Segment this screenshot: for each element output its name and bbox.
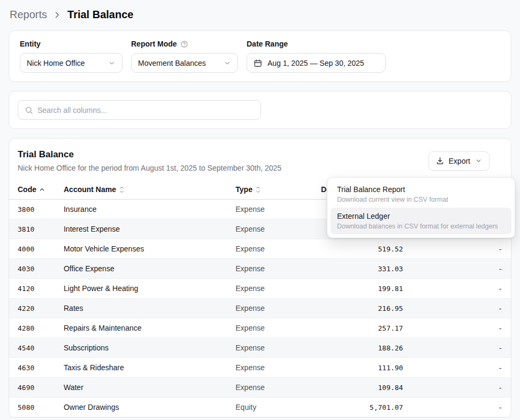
search-card: [9, 91, 511, 129]
cell-account-name: Owner Drawings: [55, 398, 227, 417]
cell-debit: 331.03: [312, 259, 412, 279]
cell-type: Expense: [227, 338, 312, 358]
cell-type: Expense: [227, 279, 312, 299]
table-row[interactable]: 4540 Subscriptions Expense 188.26 -: [9, 338, 511, 358]
cell-debit: 109.84: [312, 378, 412, 398]
table-row[interactable]: 4280 Repairs & Maintenance Expense 257.1…: [9, 318, 511, 338]
cell-account-name: Office Expense: [55, 259, 227, 279]
table-row[interactable]: 4220 Rates Expense 216.95 -: [9, 299, 511, 318]
help-icon[interactable]: [180, 40, 188, 48]
export-menu-item[interactable]: External Ledger Download balances in CSV…: [331, 208, 511, 234]
date-range-label: Date Range: [247, 40, 386, 48]
cell-account-name: Interest Expense: [55, 219, 227, 239]
cell-code: 4690: [9, 378, 55, 398]
report-mode-select[interactable]: Movement Balances: [131, 53, 238, 73]
cell-code: 3810: [9, 219, 55, 239]
cell-type: Expense: [227, 219, 312, 239]
cell-code: 3800: [9, 200, 55, 219]
cell-debit: 188.26: [312, 338, 412, 358]
date-range-picker[interactable]: Aug 1, 2025 — Sep 30, 2025: [247, 53, 386, 73]
report-mode-value: Movement Balances: [138, 59, 206, 67]
report-card: Trial Balance Nick Home Office for the p…: [9, 138, 511, 418]
export-menu-item-description: Download current view in CSV format: [337, 196, 505, 203]
cell-credit: -: [411, 279, 511, 299]
cell-type: Expense: [227, 378, 312, 398]
report-subtitle: Nick Home Office for the period from Aug…: [18, 164, 281, 172]
cell-credit: -: [411, 398, 511, 417]
cell-code: 4220: [9, 299, 55, 318]
cell-account-name: Repairs & Maintenance: [55, 318, 227, 338]
entity-filter: Entity Nick Home Office: [20, 40, 123, 73]
cell-credit: -: [411, 338, 511, 358]
chevron-right-icon: [52, 10, 62, 20]
cell-type: Expense: [227, 200, 312, 219]
table-row[interactable]: 4120 Light Power & Heating Expense 199.8…: [9, 279, 511, 299]
cell-debit: 257.17: [312, 318, 412, 338]
export-button-label: Export: [449, 157, 470, 165]
cell-account-name: Rates: [55, 299, 227, 318]
table-row[interactable]: 4000 Motor Vehicle Expenses Expense 519.…: [9, 239, 511, 259]
report-mode-label: Report Mode: [131, 40, 238, 48]
cell-account-name: Light Power & Heating: [55, 279, 227, 299]
calendar-icon: [254, 59, 262, 67]
cell-debit: 5,701.07: [312, 398, 412, 417]
cell-code: 5080: [9, 398, 55, 417]
cell-type: Expense: [227, 358, 312, 378]
cell-account-name: Taxis & Rideshare: [55, 358, 227, 378]
cell-code: 4000: [9, 239, 55, 259]
cell-code: 4630: [9, 358, 55, 378]
table-row[interactable]: 4630 Taxis & Rideshare Expense 111.90 -: [9, 358, 511, 378]
export-button[interactable]: Export: [429, 151, 490, 171]
report-title: Trial Balance: [18, 149, 281, 160]
report-mode-filter: Report Mode Movement Balances: [131, 40, 238, 73]
search-input[interactable]: [37, 106, 254, 114]
cell-credit: -: [411, 318, 511, 338]
cell-code: 4540: [9, 338, 55, 358]
cell-account-name: Subscriptions: [55, 338, 227, 358]
export-menu: Trial Balance Report Download current vi…: [327, 177, 515, 238]
entity-value: Nick Home Office: [27, 59, 85, 67]
cell-type: Expense: [227, 239, 312, 259]
cell-code: 4030: [9, 259, 55, 279]
export-menu-item-title: External Ledger: [337, 212, 505, 220]
chevron-down-icon: [475, 157, 482, 164]
cell-type: Equity: [227, 398, 312, 417]
chevron-down-icon: [224, 59, 231, 67]
column-header-code[interactable]: Code: [9, 180, 55, 200]
export-menu-item-title: Trial Balance Report: [337, 185, 505, 194]
cell-type: Expense: [227, 318, 312, 338]
date-range-value: Aug 1, 2025 — Sep 30, 2025: [267, 59, 364, 67]
breadcrumb-reports-link[interactable]: Reports: [10, 9, 47, 21]
search-icon: [25, 106, 33, 114]
breadcrumb: Reports Trial Balance: [9, 6, 511, 30]
cell-credit: -: [411, 239, 511, 259]
cell-credit: -: [411, 378, 511, 398]
export-menu-item[interactable]: Trial Balance Report Download current vi…: [331, 181, 511, 208]
cell-account-name: Water: [55, 378, 227, 398]
sort-icon: [119, 186, 125, 193]
cell-code: 4280: [9, 318, 55, 338]
search-box: [18, 100, 261, 120]
column-header-type[interactable]: Type: [227, 180, 312, 200]
cell-credit: -: [411, 259, 511, 279]
cell-debit: 519.52: [312, 239, 412, 259]
sort-icon: [255, 186, 261, 193]
report-heading: Trial Balance Nick Home Office for the p…: [18, 149, 281, 172]
entity-label: Entity: [20, 40, 123, 48]
column-header-account-name[interactable]: Account Name: [55, 180, 227, 200]
table-row[interactable]: 5080 Owner Drawings Equity 5,701.07 -: [9, 398, 511, 417]
sort-asc-icon: [39, 187, 45, 193]
cell-account-name: Insurance: [55, 200, 227, 219]
filters-card: Entity Nick Home Office Report Mode Move…: [9, 30, 511, 82]
cell-account-name: Motor Vehicle Expenses: [55, 239, 227, 259]
cell-debit: 199.81: [312, 279, 412, 299]
cell-type: Expense: [227, 259, 312, 279]
cell-credit: -: [411, 299, 511, 318]
date-range-filter: Date Range Aug 1, 2025 — Sep 30, 2025: [247, 40, 386, 73]
cell-code: 4120: [9, 279, 55, 299]
table-row[interactable]: 4690 Water Expense 109.84 -: [9, 378, 511, 398]
entity-select[interactable]: Nick Home Office: [20, 53, 123, 73]
cell-debit: 216.95: [312, 299, 412, 318]
table-row[interactable]: 4030 Office Expense Expense 331.03 -: [9, 259, 511, 279]
download-icon: [436, 157, 444, 165]
